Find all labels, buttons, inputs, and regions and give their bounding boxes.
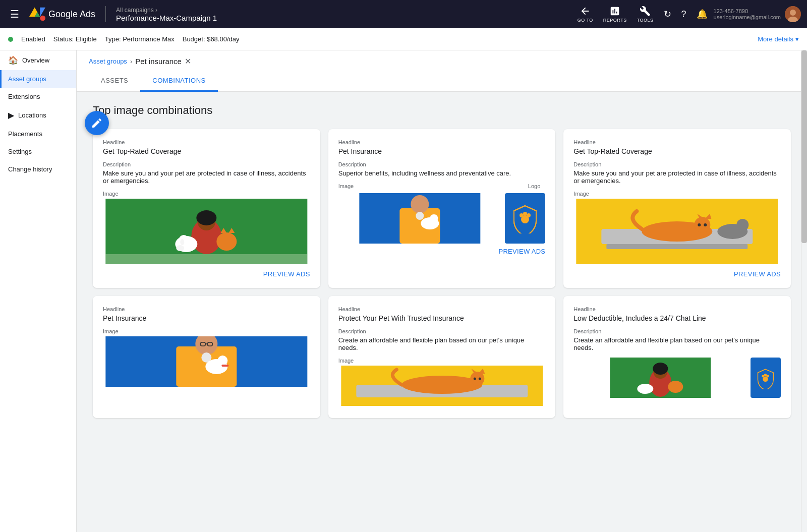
svg-point-63 — [764, 373, 767, 376]
nav-divider — [105, 6, 106, 22]
sidebar-label-change-history: Change history — [8, 165, 52, 173]
headline-value-5: Protect Your Pet With Trusted Insurance — [338, 314, 546, 322]
preview-ads-btn-1[interactable]: PREVIEW ADS — [103, 266, 310, 278]
all-campaigns-link[interactable]: All campaigns › — [116, 7, 217, 14]
breadcrumb-chevron: › — [130, 57, 132, 65]
svg-point-60 — [638, 384, 654, 394]
app-logo: Google Ads — [29, 6, 95, 22]
card-image-1 — [103, 199, 310, 264]
campaign-info: All campaigns › Perfomance-Max-Campaign … — [116, 7, 217, 22]
notifications-button[interactable]: 🔔 — [693, 5, 712, 24]
logo-6 — [751, 358, 781, 398]
svg-point-59 — [668, 381, 683, 393]
description-value-5: Create an affordable and flexible plan b… — [338, 336, 546, 351]
headline-label-6: Headline — [573, 306, 781, 312]
reports-button[interactable]: REPORTS — [599, 4, 631, 25]
refresh-button[interactable]: ↻ — [660, 5, 675, 24]
hamburger-menu[interactable]: ☰ — [6, 4, 23, 24]
breadcrumb-current: Pet insurance ✕ — [135, 56, 191, 66]
headline-value-4: Pet Insurance — [103, 314, 310, 322]
close-icon[interactable]: ✕ — [185, 56, 191, 66]
pet-image-1 — [103, 199, 310, 264]
more-details-button[interactable]: More details ▾ — [758, 35, 799, 43]
svg-point-7 — [196, 210, 216, 225]
card-image-3 — [573, 199, 781, 264]
headline-value-6: Low Deductible, Includes a 24/7 Chat Lin… — [573, 314, 781, 322]
svg-point-54 — [473, 378, 476, 380]
preview-ads-btn-3[interactable]: PREVIEW ADS — [573, 266, 781, 278]
combo-card-4: Headline Pet Insurance Image — [93, 296, 320, 418]
sidebar-label-extensions: Extensions — [8, 93, 40, 100]
eligibility-status: Status: Eligible — [53, 35, 97, 43]
shield-logo-icon — [510, 203, 540, 233]
cat-image-3 — [573, 199, 781, 264]
sidebar-item-change-history[interactable]: Change history — [0, 160, 76, 178]
image-label-1: Image — [103, 191, 310, 197]
sidebar-item-locations[interactable]: ▶ Locations — [0, 105, 76, 125]
combo-card-3: Headline Get Top-Rated Coverage Descript… — [563, 129, 791, 288]
help-button[interactable]: ? — [677, 5, 690, 24]
person-pets-image-6 — [573, 358, 747, 398]
tab-combinations[interactable]: COMBINATIONS — [140, 71, 217, 92]
image-label-3: Image — [573, 191, 781, 197]
svg-point-8 — [216, 232, 237, 251]
logo-label-2: Logo — [528, 183, 540, 189]
main-content: Asset groups › Pet insurance ✕ ASSETS CO… — [77, 50, 807, 532]
sidebar-item-extensions[interactable]: Extensions — [0, 88, 76, 105]
preview-ads-btn-2[interactable]: PREVIEW ADS — [338, 244, 546, 255]
avatar-icon — [785, 6, 801, 22]
campaign-name: Perfomance-Max-Campaign 1 — [116, 14, 217, 22]
image-logo-row-6 — [573, 358, 781, 398]
card-image-logo-2 — [338, 193, 546, 244]
user-account[interactable]: 123-456-7890 userloginname@gmail.com — [714, 6, 801, 22]
status-bar: Enabled Status: Eligible Type: Performan… — [0, 28, 807, 50]
headline-label-2: Headline — [338, 139, 546, 145]
tab-assets[interactable]: ASSETS — [89, 71, 140, 92]
sidebar-item-settings[interactable]: Settings — [0, 143, 76, 160]
card-image-6 — [573, 358, 747, 398]
svg-point-53 — [478, 378, 481, 380]
vet-image-2 — [338, 193, 501, 244]
sidebar-item-placements[interactable]: Placements — [0, 125, 76, 143]
image-label-2: Image — [338, 183, 354, 191]
svg-point-25 — [527, 213, 531, 217]
tools-button[interactable]: TOOLS — [633, 4, 658, 25]
goto-button[interactable]: GO TO — [573, 4, 597, 25]
breadcrumb-parent-link[interactable]: Asset groups — [89, 57, 127, 65]
app-name: Google Ads — [48, 9, 95, 20]
nav-right-section: GO TO REPORTS TOOLS ↻ ? 🔔 123-456-7890 u… — [573, 4, 801, 25]
combinations-content: Top image combinations Headline Get Top-… — [77, 92, 807, 430]
svg-point-30 — [695, 217, 711, 233]
svg-point-33 — [704, 223, 707, 226]
page-scrollbar[interactable] — [801, 50, 807, 532]
expand-icon: ▶ — [8, 110, 14, 120]
edit-icon — [91, 117, 103, 129]
description-label-6: Description — [573, 328, 781, 334]
sidebar-label-locations: Locations — [18, 111, 46, 119]
description-value-2: Superior benefits, including wellness an… — [338, 169, 546, 177]
breadcrumb: Asset groups › Pet insurance ✕ — [89, 50, 795, 70]
svg-rect-46 — [221, 365, 228, 367]
svg-point-34 — [698, 223, 701, 226]
sidebar-item-asset-groups[interactable]: Asset groups — [0, 70, 76, 88]
avatar[interactable] — [785, 6, 801, 22]
description-label-5: Description — [338, 328, 546, 334]
top-navigation: ☰ Google Ads All campaigns › Perfomance-… — [0, 0, 807, 28]
edit-fab-button[interactable] — [85, 111, 109, 135]
sidebar-item-overview[interactable]: 🏠 Overview — [0, 50, 76, 70]
description-value-3: Make sure you and your pet are protected… — [573, 169, 781, 185]
svg-point-18 — [411, 195, 429, 213]
shield-logo-small-icon — [754, 367, 777, 389]
scroll-thumb — [801, 50, 807, 243]
google-ads-logo-icon — [29, 6, 45, 22]
svg-point-50 — [470, 372, 484, 386]
campaign-type: Type: Performance Max — [105, 35, 175, 43]
svg-point-14 — [180, 239, 184, 245]
svg-point-21 — [430, 214, 438, 222]
content-header: Asset groups › Pet insurance ✕ ASSETS CO… — [77, 50, 807, 92]
combo-card-5: Headline Protect Your Pet With Trusted I… — [328, 296, 556, 418]
svg-point-49 — [401, 376, 482, 394]
description-label-2: Description — [338, 161, 546, 167]
image-label-5: Image — [338, 358, 546, 364]
headline-label-3: Headline — [573, 139, 781, 145]
